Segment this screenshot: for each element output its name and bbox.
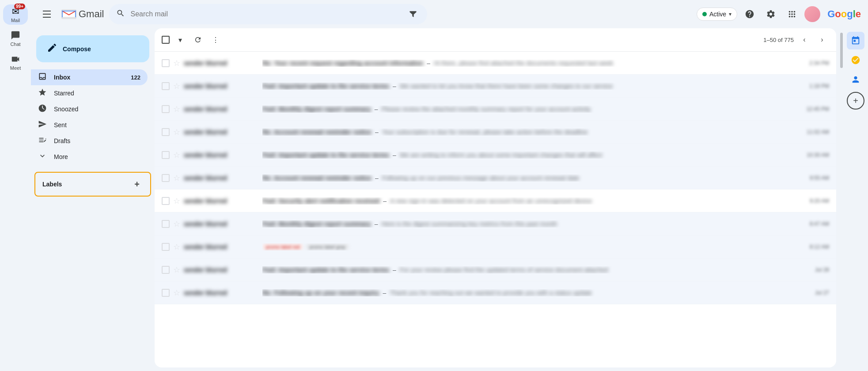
row-subject: Fwd: Monthly digest report summary <box>262 220 371 227</box>
row-checkbox[interactable] <box>162 220 170 228</box>
row-snippet: We are writing to inform you about some … <box>400 151 603 159</box>
row-star[interactable]: ☆ <box>173 104 180 114</box>
row-time: 8:12 AM <box>810 244 829 250</box>
search-input[interactable] <box>130 10 401 18</box>
labels-add-button[interactable]: + <box>131 178 143 190</box>
row-checkbox[interactable] <box>162 289 170 297</box>
row-star[interactable]: ☆ <box>173 196 180 206</box>
chip-gray: promo label gray <box>306 243 349 250</box>
row-content: Fwd: Important update to the service ter… <box>262 151 803 159</box>
chip-red: promo label red <box>262 243 303 250</box>
row-snippet: A new sign-in was detected on your accou… <box>390 197 592 204</box>
mail-badge: 99+ <box>14 4 25 9</box>
row-star[interactable]: ☆ <box>173 242 180 252</box>
settings-button[interactable] <box>762 5 780 23</box>
rail-chat[interactable]: Chat <box>3 28 28 49</box>
row-checkbox[interactable] <box>162 266 170 274</box>
nav-starred[interactable]: Starred <box>31 85 148 101</box>
row-checkbox[interactable] <box>162 128 170 136</box>
tasks-app-button[interactable] <box>847 51 864 69</box>
more-options-button[interactable]: ⋮ <box>208 32 224 48</box>
row-content: Re: Your recent request regarding accoun… <box>262 60 806 67</box>
rail-meet[interactable]: Meet <box>3 52 28 72</box>
drafts-icon <box>38 136 47 147</box>
row-checkbox[interactable] <box>162 105 170 113</box>
select-all-checkbox[interactable] <box>162 36 170 44</box>
row-content: promo label red promo label gray <box>262 243 806 250</box>
nav-sent[interactable]: Sent <box>31 117 148 133</box>
active-status-label: Active <box>709 11 726 18</box>
compose-label: Compose <box>63 45 91 53</box>
row-sender: sender blurred <box>184 289 259 296</box>
search-filter-icon[interactable] <box>406 7 420 21</box>
prev-page-button[interactable]: ‹ <box>797 33 811 47</box>
table-row[interactable]: ☆ sender blurred Fwd: Security alert not… <box>155 189 836 212</box>
table-row[interactable]: ☆ sender blurred Fwd: Important update t… <box>155 258 836 281</box>
inbox-label: Inbox <box>54 74 124 81</box>
row-sender: sender blurred <box>184 266 259 273</box>
row-time: Jul 28 <box>815 267 829 273</box>
row-checkbox[interactable] <box>162 82 170 90</box>
mail-label: Mail <box>11 18 20 23</box>
active-chevron-icon: ▾ <box>729 11 732 17</box>
row-sender: sender blurred <box>184 129 259 136</box>
row-star[interactable]: ☆ <box>173 288 180 298</box>
user-avatar[interactable] <box>804 6 820 22</box>
row-checkbox[interactable] <box>162 197 170 205</box>
row-sender: sender blurred <box>184 174 259 182</box>
rail-mail[interactable]: ✉ 99+ Mail <box>3 4 28 25</box>
compose-button[interactable]: Compose <box>36 35 149 62</box>
row-checkbox[interactable] <box>162 151 170 159</box>
table-row[interactable]: ☆ sender blurred Re: Your recent request… <box>155 52 836 75</box>
table-row[interactable]: ☆ sender blurred Fwd: Monthly digest rep… <box>155 98 836 121</box>
table-row[interactable]: ☆ sender blurred Re: Account renewal rem… <box>155 121 836 144</box>
hamburger-button[interactable] <box>38 5 56 23</box>
table-row[interactable]: ☆ sender blurred Fwd: Important update t… <box>155 144 836 167</box>
contacts-app-button[interactable] <box>847 71 864 88</box>
search-bar[interactable] <box>109 4 427 24</box>
nav-drafts[interactable]: Drafts <box>31 133 148 149</box>
nav-inbox[interactable]: Inbox 122 <box>31 69 148 85</box>
vertical-scrollbar[interactable] <box>840 28 843 371</box>
row-checkbox[interactable] <box>162 174 170 182</box>
table-row[interactable]: ☆ sender blurred Fwd: Important update t… <box>155 75 836 98</box>
more-label: More <box>54 153 140 160</box>
help-button[interactable] <box>741 5 758 23</box>
chat-icon <box>10 30 21 41</box>
body-area: Compose Inbox 122 Starred <box>31 28 868 371</box>
row-time: 12:45 PM <box>807 106 829 112</box>
table-row[interactable]: ☆ sender blurred Re: Account renewal rem… <box>155 167 836 189</box>
row-star[interactable]: ☆ <box>173 58 180 68</box>
row-checkbox[interactable] <box>162 243 170 251</box>
row-subject: Fwd: Security alert notification receive… <box>262 197 379 204</box>
select-dropdown-button[interactable]: ▾ <box>172 32 188 48</box>
row-subject: Fwd: Important update to the service ter… <box>262 83 389 90</box>
row-star[interactable]: ☆ <box>173 219 180 229</box>
scrollbar-thumb[interactable] <box>840 33 843 68</box>
table-row[interactable]: ☆ sender blurred Fwd: Monthly digest rep… <box>155 212 836 235</box>
table-row[interactable]: ☆ sender blurred Re: Following up on you… <box>155 281 836 304</box>
row-content: Re: Following up on your recent inquiry … <box>262 289 811 296</box>
row-star[interactable]: ☆ <box>173 173 180 183</box>
nav-more[interactable]: More <box>31 149 148 165</box>
row-star[interactable]: ☆ <box>173 81 180 91</box>
next-page-button[interactable]: › <box>815 33 829 47</box>
apps-button[interactable] <box>783 5 801 23</box>
table-row[interactable]: ☆ sender blurred promo label red promo l… <box>155 235 836 258</box>
row-subject: Fwd: Monthly digest report summary <box>262 106 371 113</box>
search-icon[interactable] <box>116 9 125 20</box>
active-status-pill[interactable]: Active ▾ <box>697 8 737 21</box>
row-checkbox[interactable] <box>162 59 170 67</box>
row-content: Re: Account renewal reminder notice – Yo… <box>262 129 803 136</box>
calendar-app-button[interactable] <box>847 32 864 49</box>
row-star[interactable]: ☆ <box>173 150 180 160</box>
drafts-label: Drafts <box>54 137 140 144</box>
starred-label: Starred <box>54 90 140 97</box>
row-star[interactable]: ☆ <box>173 127 180 137</box>
snoozed-icon <box>38 104 47 115</box>
refresh-button[interactable] <box>190 32 206 48</box>
add-app-button[interactable]: + <box>847 92 864 110</box>
row-sender: sender blurred <box>184 151 259 159</box>
nav-snoozed[interactable]: Snoozed <box>31 101 148 117</box>
row-star[interactable]: ☆ <box>173 265 180 275</box>
